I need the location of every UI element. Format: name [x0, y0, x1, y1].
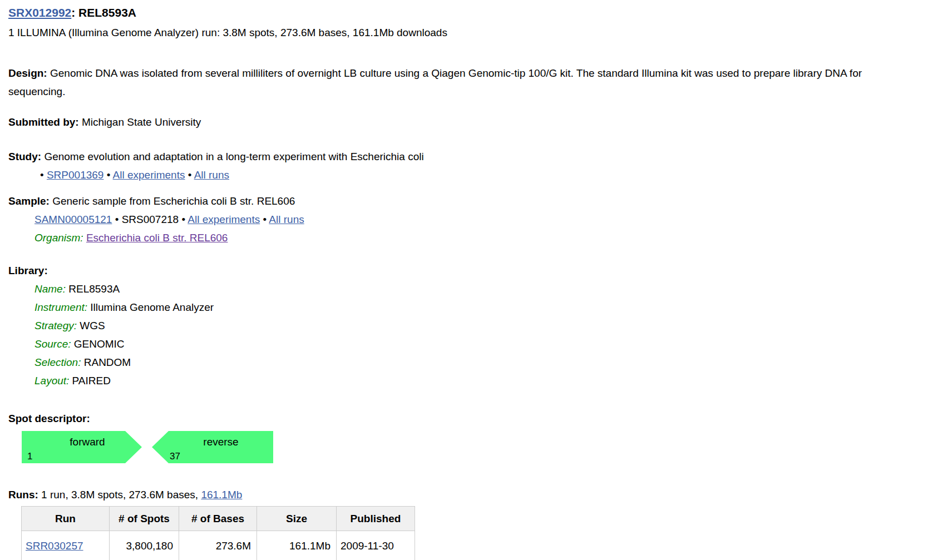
study-title-line: Study: Genome evolution and adaptation i… — [8, 147, 944, 166]
library-name-label: Name: — [34, 283, 66, 295]
run-accession-link[interactable]: SRR030257 — [26, 540, 83, 552]
library-field-instrument: Instrument: Illumina Genome Analyzer — [8, 298, 944, 316]
forward-read-start: 1 — [27, 452, 32, 461]
library-field-source: Source: GENOMIC — [8, 335, 944, 353]
runs-table-header-row: Run # of Spots # of Bases Size Published — [22, 507, 415, 531]
organism-link[interactable]: Escherichia coli B str. REL606 — [86, 232, 228, 244]
page-title-suffix: : REL8593A — [71, 6, 136, 19]
library-selection-value: RANDOM — [84, 356, 131, 368]
published-cell: 2009-11-30 — [337, 531, 415, 560]
bullet-separator: • — [40, 169, 44, 181]
biosample-link[interactable]: SAMN00005121 — [34, 214, 112, 225]
bullet-separator: • — [263, 214, 267, 225]
library-section: Library: Name: REL8593A Instrument: Illu… — [8, 261, 944, 390]
library-strategy-label: Strategy: — [34, 320, 77, 331]
library-field-name: Name: REL8593A — [8, 280, 944, 298]
spot-descriptor-heading: Spot descriptor: — [8, 409, 944, 428]
runs-table-header-run: Run — [22, 507, 110, 531]
design-text: Genomic DNA was isolated from several mi… — [8, 67, 862, 97]
library-field-layout: Layout: PAIRED — [8, 371, 944, 390]
experiment-accession-link[interactable]: SRX012992 — [8, 6, 71, 19]
reverse-read-arrow: reverse 37 — [152, 431, 273, 463]
size-cell: 161.1Mb — [257, 531, 337, 560]
design-section: Design: Genomic DNA was isolated from se… — [8, 64, 872, 101]
runs-table-header-bases: # of Bases — [179, 507, 257, 531]
forward-read-label: forward — [33, 437, 142, 448]
runs-table-header-size: Size — [257, 507, 337, 531]
runs-summary-line: Runs: 1 run, 3.8M spots, 273.6M bases, 1… — [8, 485, 944, 504]
sra-experiment-page: SRX012992: REL8593A 1 ILLUMINA (Illumina… — [8, 6, 944, 560]
library-heading: Library: — [8, 261, 944, 280]
library-source-label: Source: — [34, 338, 71, 350]
library-layout-value: PAIRED — [72, 375, 111, 386]
sample-all-experiments-link[interactable]: All experiments — [188, 214, 260, 225]
sample-section: Sample: Generic sample from Escherichia … — [8, 192, 944, 247]
bullet-separator: • — [181, 214, 185, 225]
sample-all-runs-link[interactable]: All runs — [269, 214, 304, 225]
library-field-selection: Selection: RANDOM — [8, 353, 944, 371]
study-section: Study: Genome evolution and adaptation i… — [8, 147, 944, 184]
experiment-summary: 1 ILLUMINA (Illumina Genome Analyzer) ru… — [8, 26, 944, 40]
submitted-by-label: Submitted by: — [8, 116, 79, 128]
library-layout-label: Layout: — [34, 375, 69, 386]
bullet-separator: • — [115, 214, 119, 225]
sample-srs-accession: SRS007218 — [122, 214, 179, 225]
library-selection-label: Selection: — [34, 356, 81, 368]
runs-download-link[interactable]: 161.1Mb — [201, 489, 242, 500]
spots-cell: 3,800,180 — [110, 531, 179, 560]
sample-label: Sample: — [8, 195, 50, 207]
forward-read-arrow: forward 1 — [22, 431, 142, 463]
table-row: SRR030257 3,800,180 273.6M 161.1Mb 2009-… — [22, 531, 415, 560]
submitted-by-value: Michigan State University — [82, 116, 201, 128]
bases-cell: 273.6M — [179, 531, 257, 560]
run-cell: SRR030257 — [22, 531, 110, 560]
runs-table-header-published: Published — [337, 507, 415, 531]
bullet-separator: • — [188, 169, 192, 181]
study-all-runs-link[interactable]: All runs — [194, 169, 229, 181]
sample-title-line: Sample: Generic sample from Escherichia … — [8, 192, 944, 210]
library-name-value: REL8593A — [68, 283, 120, 295]
library-instrument-value: Illumina Genome Analyzer — [90, 301, 214, 313]
organism-label: Organism: — [34, 232, 83, 244]
runs-table-header-spots: # of Spots — [110, 507, 179, 531]
runs-table: Run # of Spots # of Bases Size Published… — [21, 506, 415, 560]
bullet-separator: • — [107, 169, 111, 181]
study-all-experiments-link[interactable]: All experiments — [113, 169, 185, 181]
study-label: Study: — [8, 151, 41, 162]
library-field-strategy: Strategy: WGS — [8, 316, 944, 335]
library-source-value: GENOMIC — [74, 338, 125, 350]
study-links-line: • SRP001369 • All experiments • All runs — [8, 166, 944, 184]
runs-label: Runs: — [8, 489, 38, 500]
page-title: SRX012992: REL8593A — [8, 6, 944, 20]
reverse-read-start: 37 — [170, 452, 180, 461]
submitted-by-section: Submitted by: Michigan State University — [8, 113, 944, 131]
sample-links-line: SAMN00005121 • SRS007218 • All experimen… — [8, 210, 944, 229]
organism-line: Organism: Escherichia coli B str. REL606 — [8, 229, 944, 247]
study-title: Genome evolution and adaptation in a lon… — [44, 151, 423, 162]
library-instrument-label: Instrument: — [34, 301, 87, 313]
reverse-read-label: reverse — [169, 437, 273, 448]
library-strategy-value: WGS — [80, 320, 105, 331]
study-accession-link[interactable]: SRP001369 — [47, 169, 103, 181]
runs-summary: 1 run, 3.8M spots, 273.6M bases, — [41, 489, 198, 500]
spot-descriptor-diagram: forward 1 reverse 37 — [22, 431, 944, 463]
design-label: Design: — [8, 67, 47, 79]
sample-title: Generic sample from Escherichia coli B s… — [52, 195, 295, 207]
